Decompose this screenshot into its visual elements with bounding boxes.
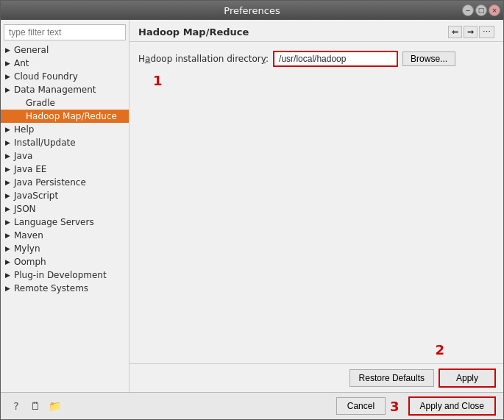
sidebar-item-label: Hadoop Map/Reduce (26, 111, 117, 121)
sidebar-item-hadoop[interactable]: Hadoop Map/Reduce (1, 110, 129, 123)
apply-button[interactable]: Apply (439, 369, 496, 388)
sidebar-item-help[interactable]: ▶Help (1, 123, 129, 136)
hadoop-dir-input[interactable] (273, 51, 398, 67)
sidebar-item-label: Remote Systems (14, 283, 88, 293)
sidebar-item-maven[interactable]: ▶Maven (1, 229, 129, 242)
tree-arrow: ▶ (5, 139, 13, 146)
sidebar-item-label: Maven (14, 230, 43, 241)
sidebar-item-label: Mylyn (14, 243, 40, 254)
restore-button[interactable]: □ (475, 4, 487, 16)
tree-arrow: ▶ (5, 232, 13, 239)
tree-arrow: ▶ (5, 271, 13, 279)
restore-defaults-button[interactable]: Restore Defaults (349, 369, 434, 387)
cancel-button[interactable]: Cancel (336, 397, 386, 415)
sidebar-item-label: JavaScript (14, 191, 58, 201)
footer: ? 🗒 📁 Cancel 3 Apply and Close (1, 392, 503, 419)
sidebar-item-label: Cloud Foundry (14, 71, 78, 82)
sidebar-item-label: Gradle (26, 98, 55, 108)
footer-icons: ? 🗒 📁 (8, 398, 63, 414)
sidebar-item-ant[interactable]: ▶Ant (1, 57, 129, 70)
content-area: ▶General▶Ant▶Cloud Foundry▶Data Manageme… (1, 20, 503, 392)
sidebar-item-java[interactable]: ▶Java (1, 149, 129, 163)
sidebar-item-java-ee[interactable]: ▶Java EE (1, 163, 129, 176)
sidebar-item-javascript[interactable]: ▶JavaScript (1, 189, 129, 202)
sidebar: ▶General▶Ant▶Cloud Foundry▶Data Manageme… (1, 20, 129, 392)
sidebar-item-mylyn[interactable]: ▶Mylyn (1, 242, 129, 255)
tree-arrow: ▶ (5, 126, 13, 133)
header-actions: ⇐ ⇒ ⋯ (448, 26, 494, 38)
menu-button[interactable]: ⋯ (479, 26, 494, 38)
sidebar-item-install-update[interactable]: ▶Install/Update (1, 136, 129, 149)
tree-arrow: ▶ (5, 179, 13, 186)
sidebar-item-label: Oomph (14, 257, 46, 267)
field-label: Hadoop installation directory: (138, 54, 269, 64)
sidebar-item-label: Language Servers (14, 217, 94, 227)
preferences-icon[interactable]: 🗒 (27, 398, 43, 414)
sidebar-item-general[interactable]: ▶General (1, 43, 129, 57)
tree-arrow: ▶ (5, 46, 13, 54)
sidebar-item-gradle[interactable]: Gradle (1, 96, 129, 110)
sidebar-item-label: Java (14, 151, 32, 161)
sidebar-item-data-management[interactable]: ▶Data Management (1, 83, 129, 96)
apply-close-button[interactable]: Apply and Close (408, 396, 496, 416)
forward-button[interactable]: ⇒ (464, 26, 478, 38)
tree-arrow: ▶ (5, 205, 13, 213)
sidebar-item-plugin-development[interactable]: ▶Plug-in Development (1, 268, 129, 282)
filter-input[interactable] (4, 24, 126, 40)
main-panel: Hadoop Map/Reduce ⇐ ⇒ ⋯ Hadoop installat… (129, 20, 503, 392)
annotation-3: 3 (390, 399, 400, 414)
tree-arrow: ▶ (5, 192, 13, 199)
tree-arrow: ▶ (5, 86, 13, 93)
annotation-2: 2 (435, 342, 444, 357)
sidebar-item-label: Plug-in Development (14, 270, 107, 280)
sidebar-item-json[interactable]: ▶JSON (1, 202, 129, 216)
sidebar-item-label: Java Persistence (14, 177, 86, 188)
close-button[interactable]: × (489, 4, 500, 16)
panel-title: Hadoop Map/Reduce (138, 26, 249, 38)
sidebar-item-label: Help (14, 124, 34, 135)
annotation-1: 1 (153, 73, 494, 88)
main-header: Hadoop Map/Reduce ⇐ ⇒ ⋯ (129, 20, 503, 42)
sidebar-item-label: Data Management (14, 85, 96, 95)
preferences-window: Preferences − □ × ▶General▶Ant▶Cloud Fou… (0, 0, 504, 420)
browse-button[interactable]: Browse... (402, 51, 455, 66)
tree-arrow: ▶ (5, 73, 13, 80)
footer-right: Cancel 3 Apply and Close (336, 396, 496, 416)
window-controls: − □ × (462, 4, 500, 16)
back-button[interactable]: ⇐ (448, 26, 462, 38)
title-bar: Preferences − □ × (1, 1, 503, 20)
tree-arrow: ▶ (5, 165, 13, 173)
tree-arrow: ▶ (5, 152, 13, 160)
sidebar-item-language-servers[interactable]: ▶Language Servers (1, 216, 129, 229)
window-title: Preferences (224, 5, 280, 16)
export-icon[interactable]: 📁 (46, 398, 63, 414)
sidebar-item-label: Java EE (14, 164, 46, 174)
tree-arrow: ▶ (5, 218, 13, 226)
minimize-button[interactable]: − (462, 4, 474, 16)
sidebar-item-oomph[interactable]: ▶Oomph (1, 255, 129, 268)
sidebar-item-cloud-foundry[interactable]: ▶Cloud Foundry (1, 70, 129, 83)
tree-arrow: ▶ (5, 60, 13, 67)
sidebar-item-label: JSON (14, 204, 36, 214)
sidebar-item-label: Ant (14, 58, 29, 68)
sidebar-item-label: Install/Update (14, 138, 76, 148)
help-icon[interactable]: ? (8, 398, 24, 414)
tree-arrow: ▶ (5, 245, 13, 252)
sidebar-item-java-persistence[interactable]: ▶Java Persistence (1, 176, 129, 189)
sidebar-item-remote-systems[interactable]: ▶Remote Systems (1, 282, 129, 295)
sidebar-item-label: General (14, 45, 49, 55)
bottom-actions: 2 Restore Defaults Apply (129, 363, 503, 392)
tree-arrow: ▶ (5, 285, 13, 292)
tree-arrow: ▶ (5, 258, 13, 266)
main-content: Hadoop installation directory: Browse...… (129, 42, 503, 363)
installation-dir-row: Hadoop installation directory: Browse... (138, 51, 494, 67)
